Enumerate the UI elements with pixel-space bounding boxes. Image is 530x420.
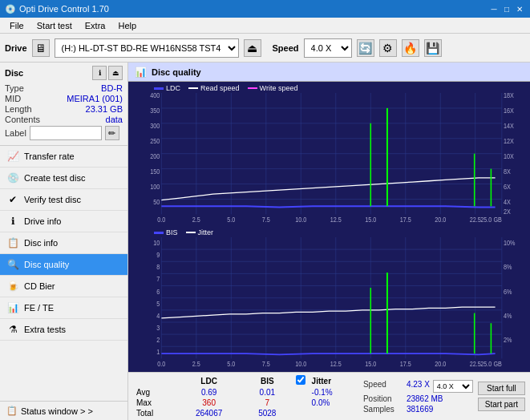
svg-text:25.0 GB: 25.0 GB [480, 361, 502, 369]
svg-text:22.5: 22.5 [470, 216, 482, 224]
menu-start-test[interactable]: Start test [30, 19, 79, 32]
disc-length-value: 23.31 GB [86, 104, 123, 114]
drive-select[interactable]: (H:) HL-DT-ST BD-RE WH16NS58 TST4 [55, 38, 239, 58]
position-row: Position 23862 MB [363, 394, 473, 403]
nav-item-extra-tests[interactable]: ⚗Extra tests [0, 319, 127, 341]
disc-label-row: Label ✏ [5, 126, 123, 140]
legend-write-color [248, 87, 257, 89]
speed-info-value: 4.23 X [407, 380, 430, 393]
svg-text:8: 8 [156, 264, 160, 272]
chart1-wrapper: LDC Read speed Write speed [130, 83, 528, 226]
avg-jitter: -0.1% [309, 387, 358, 398]
disc-type-row: Type BD-R [5, 83, 123, 93]
minimize-button[interactable]: ─ [488, 3, 500, 14]
svg-text:17.5: 17.5 [400, 216, 412, 224]
menubar: File Start test Extra Help [0, 18, 530, 34]
position-label: Position [363, 394, 403, 403]
nav-item-transfer-rate[interactable]: 📈Transfer rate [0, 146, 127, 168]
menu-help[interactable]: Help [111, 19, 143, 32]
speed-select[interactable]: 4.0 X [304, 38, 352, 58]
svg-text:7: 7 [156, 276, 160, 284]
close-button[interactable]: ✕ [514, 3, 525, 14]
settings-icon[interactable]: ⚙ [379, 39, 397, 57]
total-bis: 5028 [242, 408, 293, 418]
refresh-icon[interactable]: 🔄 [357, 39, 374, 57]
nav-items: 📈Transfer rate💿Create test disc✔Verify t… [0, 146, 127, 341]
nav-item-fe-te[interactable]: 📊FE / TE [0, 297, 127, 319]
start-part-button[interactable]: Start part [478, 398, 525, 411]
disc-label-edit-button[interactable]: ✏ [105, 126, 119, 140]
chart-area: 📊 Disc quality LDC Read speed [128, 63, 530, 420]
app-title: Opti Drive Control 1.70 [19, 4, 109, 14]
disc-info-icon[interactable]: ℹ [92, 66, 107, 80]
drive-browse-icon[interactable]: 🖥 [32, 39, 50, 57]
total-ldc: 264067 [176, 408, 242, 418]
svg-text:250: 250 [150, 137, 160, 145]
action-buttons: Start full Start part [478, 382, 525, 411]
svg-text:20.0: 20.0 [435, 216, 447, 224]
nav-item-cd-bier[interactable]: 🍺CD Bier [0, 276, 127, 297]
stats-ldc-header: LDC [176, 374, 242, 387]
legend-ldc: LDC [154, 84, 180, 92]
maximize-button[interactable]: □ [501, 3, 512, 14]
max-label: Max [133, 398, 176, 408]
svg-text:400: 400 [150, 93, 160, 99]
chart2-wrapper: BIS Jitter [130, 228, 528, 370]
legend-ldc-label: LDC [166, 84, 180, 92]
eject-icon[interactable]: ⏏ [244, 39, 261, 57]
nav-icon-transfer-rate: 📈 [6, 150, 19, 163]
nav-item-disc-quality[interactable]: 🔍Disc quality [0, 254, 127, 276]
disc-length-row: Length 23.31 GB [5, 104, 123, 114]
svg-text:7.5: 7.5 [262, 361, 271, 369]
stats-bar: LDC BIS Jitter Avg 0.69 0.01 -0.1% [128, 372, 530, 420]
speed-info-row: Speed 4.23 X 4.0 X [363, 380, 473, 393]
legend-bis-label: BIS [166, 228, 178, 236]
samples-value: 381669 [407, 405, 433, 414]
nav-icon-disc-info: 📋 [6, 236, 19, 249]
svg-text:2.5: 2.5 [192, 361, 201, 369]
svg-text:14X: 14X [504, 123, 514, 131]
stats-checkbox-cell[interactable] [293, 374, 309, 387]
disc-contents-row: Contents data [5, 115, 123, 124]
svg-text:10: 10 [153, 239, 160, 247]
menu-file[interactable]: File [3, 19, 30, 32]
stats-jitter-header: Jitter [309, 374, 358, 387]
nav-icon-cd-bier: 🍺 [6, 280, 19, 293]
status-window-button[interactable]: 📋 Status window > > [0, 401, 127, 420]
disc-icons: ℹ ⏏ [92, 66, 123, 80]
svg-text:6%: 6% [504, 288, 512, 296]
nav-item-verify-test-disc[interactable]: ✔Verify test disc [0, 189, 127, 211]
nav-item-disc-info[interactable]: 📋Disc info [0, 232, 127, 254]
disc-eject-icon[interactable]: ⏏ [108, 66, 123, 80]
jitter-checkbox[interactable] [296, 375, 305, 385]
svg-text:100: 100 [150, 183, 160, 191]
svg-text:2: 2 [156, 337, 160, 345]
svg-rect-51 [130, 237, 528, 369]
svg-text:5: 5 [156, 300, 160, 308]
burn-icon[interactable]: 🔥 [402, 39, 419, 57]
sidebar: Disc ℹ ⏏ Type BD-R MID MEIRA1 (001) Leng… [0, 63, 128, 420]
stats-row: LDC BIS Jitter Avg 0.69 0.01 -0.1% [133, 374, 525, 418]
max-ldc: 360 [176, 398, 242, 408]
disc-type-label: Type [5, 83, 24, 93]
nav-item-drive-info[interactable]: ℹDrive info [0, 211, 127, 232]
disc-label-input[interactable] [30, 126, 102, 140]
speed-info-select[interactable]: 4.0 X [433, 380, 473, 393]
save-icon[interactable]: 💾 [424, 39, 442, 57]
disc-label-label: Label [5, 128, 26, 138]
svg-text:16X: 16X [504, 107, 514, 115]
disc-type-value: BD-R [101, 83, 123, 93]
disc-mid-row: MID MEIRA1 (001) [5, 94, 123, 103]
svg-text:4: 4 [156, 312, 160, 320]
menu-extra[interactable]: Extra [79, 19, 112, 32]
legend-bis: BIS [154, 228, 178, 236]
start-full-button[interactable]: Start full [478, 382, 525, 395]
nav-item-create-test-disc[interactable]: 💿Create test disc [0, 168, 127, 189]
charts-container: LDC Read speed Write speed [128, 82, 530, 372]
svg-text:1: 1 [156, 349, 160, 357]
speed-position-panel: Speed 4.23 X 4.0 X Position 23862 MB Sam… [363, 380, 473, 414]
status-window-icon: 📋 [6, 406, 18, 416]
svg-text:3: 3 [156, 324, 160, 332]
avg-ldc: 0.69 [176, 387, 242, 398]
samples-label: Samples [363, 405, 403, 414]
